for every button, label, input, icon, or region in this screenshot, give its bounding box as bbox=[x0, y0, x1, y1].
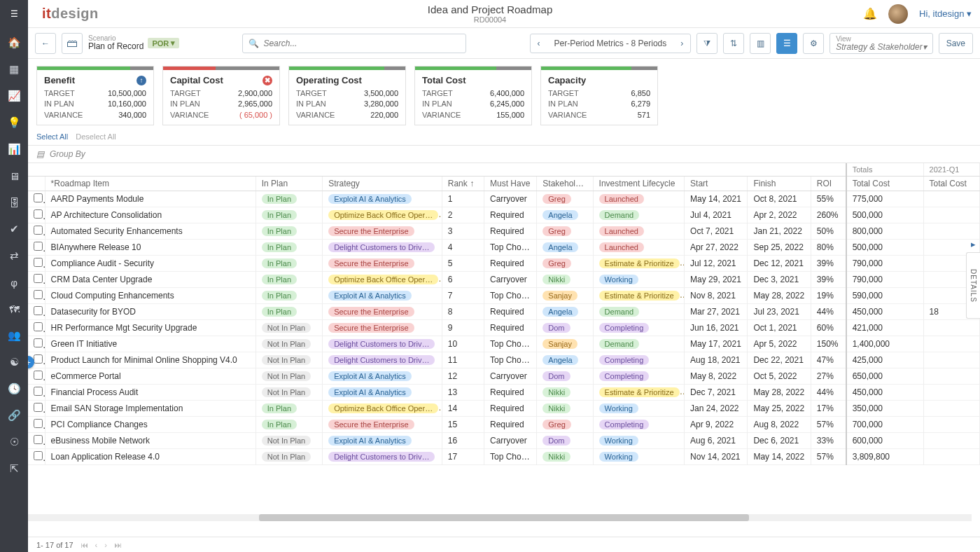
table-row[interactable]: Email SAN Storage ImplementationIn PlanO… bbox=[28, 401, 980, 417]
horizontal-scrollbar[interactable] bbox=[28, 514, 972, 521]
avatar[interactable] bbox=[888, 4, 908, 24]
col-finish[interactable]: Finish bbox=[748, 177, 811, 191]
col-musthave[interactable]: Must Have bbox=[484, 177, 537, 191]
nav-people-icon[interactable]: 👥 bbox=[5, 326, 23, 345]
row-checkbox[interactable] bbox=[34, 322, 43, 331]
save-button[interactable]: Save bbox=[939, 33, 973, 54]
nav-charts-icon[interactable]: 📊 bbox=[5, 140, 23, 158]
por-pill[interactable]: POR ▾ bbox=[148, 38, 179, 48]
table-row[interactable]: Loan Application Release 4.0Not In PlanD… bbox=[28, 449, 980, 465]
back-button[interactable]: ← bbox=[35, 33, 56, 54]
kpi-card[interactable]: CapacityTARGET6,850IN PLAN6,279VARIANCE5… bbox=[540, 66, 658, 125]
table-row[interactable]: Green IT InitiativeNot In PlanDelight Cu… bbox=[28, 336, 980, 352]
nav-link-icon[interactable]: 🔗 bbox=[5, 406, 23, 425]
cell-musthave: Required bbox=[484, 304, 537, 320]
table-row[interactable]: BIAnywhere Release 10In PlanDelight Cust… bbox=[28, 240, 980, 256]
board-view-icon[interactable]: ▥ bbox=[750, 33, 771, 54]
page-prev-icon[interactable]: ‹ bbox=[95, 541, 98, 549]
metric-period-nav: ‹ Per-Period Metrics - 8 Periods › bbox=[530, 34, 692, 53]
table-row[interactable]: HR Performance Mgt Security UpgradeNot I… bbox=[28, 320, 980, 336]
table-row[interactable]: Product Launch for Minimal Online Shoppi… bbox=[28, 352, 980, 368]
nav-home-icon[interactable]: 🏠 bbox=[5, 34, 23, 52]
search-input[interactable]: 🔍 bbox=[242, 34, 466, 53]
table-row[interactable]: AARD Payments ModuleIn PlanExploit AI & … bbox=[28, 191, 980, 207]
col-roadmap[interactable]: *Roadmap Item bbox=[45, 177, 255, 191]
col-totalcost-q1[interactable]: Total Cost bbox=[923, 177, 979, 191]
table-row[interactable]: Cloud Computing EnhancementsIn PlanExplo… bbox=[28, 288, 980, 304]
table-row[interactable]: Automated Security EnhancementsIn PlanSe… bbox=[28, 223, 980, 240]
table-row[interactable]: eBusiness Mobile NetworkNot In PlanExplo… bbox=[28, 433, 980, 449]
nav-flow-icon[interactable]: ⇄ bbox=[5, 247, 23, 265]
page-next-icon[interactable]: › bbox=[104, 541, 107, 549]
col-start[interactable]: Start bbox=[685, 177, 748, 191]
col-rank[interactable]: Rank ↑ bbox=[442, 177, 484, 191]
metric-prev-icon[interactable]: ‹ bbox=[531, 39, 547, 48]
settings-icon[interactable]: ⚙ bbox=[803, 33, 824, 54]
cell-plan: In Plan bbox=[262, 194, 297, 204]
nav-analytics-icon[interactable]: 📈 bbox=[5, 87, 23, 105]
table-row[interactable]: AP Architecture ConsolidationIn PlanOpti… bbox=[28, 207, 980, 223]
nav-time-icon[interactable]: 🕓 bbox=[5, 380, 23, 398]
table-row[interactable]: Financial Process AuditNot In PlanExploi… bbox=[28, 385, 980, 401]
col-strategy[interactable]: Strategy bbox=[323, 177, 442, 191]
col-roi[interactable]: ROI bbox=[811, 177, 846, 191]
nav-export-icon[interactable]: ⇱ bbox=[5, 460, 23, 478]
nav-goal-icon[interactable]: ☉ bbox=[5, 433, 23, 451]
col-totalcost[interactable]: Total Cost bbox=[846, 177, 923, 191]
details-collapse-icon[interactable]: ▸ bbox=[967, 238, 979, 249]
row-checkbox[interactable] bbox=[34, 354, 43, 364]
nav-check-icon[interactable]: ✔ bbox=[5, 220, 23, 238]
scenario-selector[interactable]: Scenario Plan of Record bbox=[88, 34, 144, 51]
table-row[interactable]: Compliance Audit - SecurityIn PlanSecure… bbox=[28, 256, 980, 272]
sort-icon[interactable]: ⇅ bbox=[723, 33, 744, 54]
user-greeting[interactable]: Hi, itdesign ▾ bbox=[919, 8, 972, 19]
view-selector[interactable]: View Strategy & Stakeholder▾ bbox=[830, 33, 932, 54]
table-row[interactable]: PCI Compliance ChangesIn PlanSecure the … bbox=[28, 417, 980, 433]
row-checkbox[interactable] bbox=[34, 387, 43, 396]
nav-ideas-icon[interactable]: 💡 bbox=[5, 113, 23, 132]
scenario-icon[interactable]: 🗃 bbox=[62, 33, 83, 54]
nav-refresh-icon[interactable]: ☯ bbox=[5, 353, 23, 371]
group-by-input[interactable]: ▤ Group By bbox=[28, 145, 980, 163]
row-checkbox[interactable] bbox=[34, 290, 43, 299]
kpi-card[interactable]: Capital Cost✖TARGET2,900,000IN PLAN2,965… bbox=[162, 66, 280, 125]
nav-database-icon[interactable]: 🗄 bbox=[5, 193, 23, 212]
table-row[interactable]: eCommerce PortalNot In PlanExploit AI & … bbox=[28, 368, 980, 385]
col-inplan[interactable]: In Plan bbox=[255, 177, 322, 191]
page-first-icon[interactable]: ⏮ bbox=[80, 541, 88, 549]
kpi-card[interactable]: Total CostTARGET6,400,000IN PLAN6,245,00… bbox=[414, 66, 532, 125]
nav-map-icon[interactable]: 🗺 bbox=[5, 300, 23, 318]
kpi-card[interactable]: Operating CostTARGET3,500,000IN PLAN3,28… bbox=[288, 66, 406, 125]
page-last-icon[interactable]: ⏭ bbox=[114, 541, 122, 549]
table-row[interactable]: CRM Data Center UpgradeIn PlanOptimize B… bbox=[28, 272, 980, 288]
nav-monitor-icon[interactable]: 🖥 bbox=[5, 167, 23, 185]
col-stakeholder[interactable]: Stakeholder bbox=[537, 177, 593, 191]
row-checkbox[interactable] bbox=[34, 451, 43, 460]
details-tab[interactable]: DETAILS bbox=[966, 252, 980, 319]
filter-icon[interactable]: ⧩ bbox=[696, 33, 718, 54]
row-checkbox[interactable] bbox=[34, 419, 43, 428]
col-lifecycle[interactable]: Investment Lifecycle bbox=[593, 177, 685, 191]
metric-next-icon[interactable]: › bbox=[673, 39, 690, 48]
select-all-link[interactable]: Select All bbox=[36, 132, 68, 141]
notifications-icon[interactable]: 🔔 bbox=[863, 7, 877, 20]
nav-org-icon[interactable]: φ bbox=[5, 273, 23, 291]
row-checkbox[interactable] bbox=[34, 226, 43, 235]
row-checkbox[interactable] bbox=[34, 193, 43, 202]
table-row[interactable]: Datasecurity for BYODIn PlanSecure the E… bbox=[28, 304, 980, 320]
nav-dashboard-icon[interactable]: ▦ bbox=[5, 60, 23, 78]
cell-finish: Sep 25, 2022 bbox=[748, 240, 811, 256]
row-checkbox[interactable] bbox=[34, 338, 43, 347]
kpi-card[interactable]: Benefit↑TARGET10,500,000IN PLAN10,160,00… bbox=[36, 66, 154, 125]
row-checkbox[interactable] bbox=[34, 258, 43, 267]
row-checkbox[interactable] bbox=[34, 242, 43, 251]
deselect-all-link[interactable]: Deselect All bbox=[76, 132, 115, 141]
row-checkbox[interactable] bbox=[34, 435, 43, 444]
row-checkbox[interactable] bbox=[34, 274, 43, 283]
hamburger-menu-icon[interactable]: ☰ bbox=[0, 0, 28, 28]
row-checkbox[interactable] bbox=[34, 371, 43, 380]
row-checkbox[interactable] bbox=[34, 209, 43, 219]
row-checkbox[interactable] bbox=[34, 306, 43, 315]
list-view-icon[interactable]: ☰ bbox=[776, 33, 797, 54]
row-checkbox[interactable] bbox=[34, 403, 43, 412]
